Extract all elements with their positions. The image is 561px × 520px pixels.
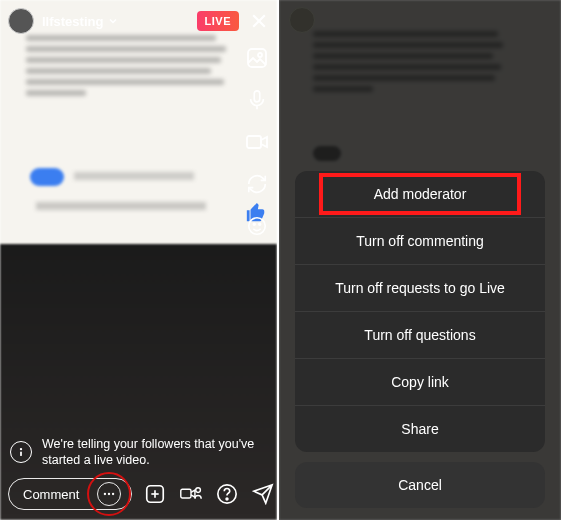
- blurred-line: [36, 202, 206, 210]
- avatar[interactable]: [8, 8, 34, 34]
- svg-rect-10: [20, 451, 22, 456]
- sheet-item-turn-off-questions[interactable]: Turn off questions: [295, 311, 545, 358]
- camera-icon[interactable]: [245, 130, 269, 154]
- svg-point-13: [112, 493, 114, 495]
- live-broadcast-screen: llfstesting LIVE We're telling: [0, 0, 279, 520]
- live-badge: LIVE: [197, 11, 239, 31]
- svg-rect-5: [247, 136, 261, 148]
- svg-point-8: [259, 223, 261, 225]
- sheet-item-turn-off-commenting[interactable]: Turn off commenting: [295, 217, 545, 264]
- sheet-item-turn-off-requests[interactable]: Turn off requests to go Live: [295, 264, 545, 311]
- blurred-line: [74, 172, 194, 180]
- svg-point-9: [20, 448, 22, 450]
- svg-rect-17: [181, 489, 191, 498]
- svg-point-12: [108, 493, 110, 495]
- sheet-item-copy-link[interactable]: Copy link: [295, 358, 545, 405]
- svg-point-18: [196, 488, 201, 493]
- svg-rect-2: [248, 49, 266, 67]
- comment-placeholder: Comment: [23, 487, 79, 502]
- more-options-button[interactable]: [97, 482, 121, 506]
- svg-point-20: [226, 498, 228, 500]
- action-sheet: Add moderator Turn off commenting Turn o…: [295, 171, 545, 508]
- svg-rect-4: [254, 91, 260, 102]
- username-text: llfstesting: [42, 14, 103, 29]
- effects-icon[interactable]: [245, 214, 269, 238]
- svg-point-3: [258, 53, 262, 57]
- flip-camera-icon[interactable]: [245, 172, 269, 196]
- questions-icon[interactable]: [216, 483, 238, 505]
- sheet-item-share[interactable]: Share: [295, 405, 545, 452]
- chevron-down-icon: [107, 15, 119, 27]
- media-picker-icon[interactable]: [245, 46, 269, 70]
- invite-guest-icon[interactable]: [180, 483, 202, 505]
- bottom-actions: [144, 483, 274, 505]
- action-sheet-panel: Add moderator Turn off commenting Turn o…: [295, 171, 545, 452]
- add-media-icon[interactable]: [144, 483, 166, 505]
- options-sheet-screen: Add moderator Turn off commenting Turn o…: [279, 0, 561, 520]
- toast-notification: We're telling your followers that you've…: [10, 436, 267, 469]
- username-button[interactable]: llfstesting: [42, 14, 119, 29]
- info-icon: [10, 441, 32, 463]
- svg-point-7: [253, 223, 255, 225]
- action-sheet-cancel-panel: Cancel: [295, 462, 545, 508]
- svg-point-6: [249, 218, 266, 235]
- live-header: llfstesting LIVE: [8, 6, 271, 36]
- live-side-toolbar: [245, 46, 269, 238]
- blurred-content: [26, 30, 226, 101]
- sheet-item-cancel[interactable]: Cancel: [295, 462, 545, 508]
- comment-input[interactable]: Comment: [8, 478, 132, 510]
- microphone-icon[interactable]: [245, 88, 269, 112]
- live-bottom-bar: Comment: [8, 476, 269, 512]
- send-icon[interactable]: [252, 483, 274, 505]
- svg-point-11: [104, 493, 106, 495]
- blurred-pill: [30, 168, 64, 186]
- toast-text: We're telling your followers that you've…: [42, 436, 267, 469]
- sheet-item-add-moderator[interactable]: Add moderator: [295, 171, 545, 217]
- close-icon[interactable]: [249, 11, 269, 31]
